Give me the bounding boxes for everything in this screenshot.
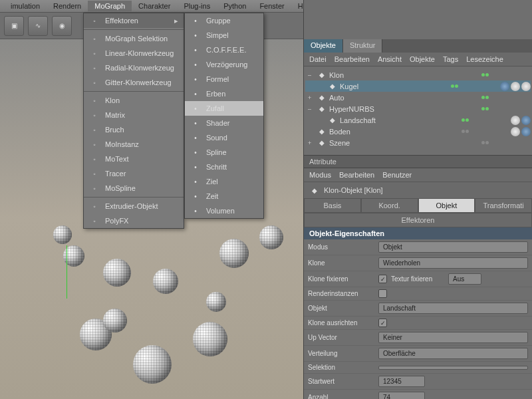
- tab-objekte[interactable]: Objekte: [304, 39, 343, 53]
- spline-tool[interactable]: ∿: [28, 16, 48, 36]
- submenu-item-volumen[interactable]: •Volumen: [185, 203, 263, 218]
- item-icon: •: [190, 118, 201, 128]
- submenu-item-erben[interactable]: •Erben: [185, 86, 263, 101]
- obj-icon: ◆: [317, 138, 327, 148]
- menu-item-bruch[interactable]: ◦Bruch: [84, 122, 184, 137]
- menu-item-motext[interactable]: ◦MoText: [84, 152, 184, 166]
- tree-row-auto[interactable]: +◆Auto: [305, 92, 531, 103]
- menu-item-tracer[interactable]: ◦Tracer: [84, 166, 184, 181]
- submenu-item-formel[interactable]: •Formel: [185, 72, 263, 86]
- menu-rendern[interactable]: Rendern: [47, 1, 88, 11]
- tree-row-boden[interactable]: ◆Boden: [305, 126, 531, 137]
- item-icon: ◦: [89, 110, 100, 120]
- menu-item-extrudier-objekt[interactable]: ◦Extrudier-Objekt: [84, 199, 184, 213]
- cube-tool[interactable]: ▣: [4, 16, 24, 36]
- submenu-item-simpel[interactable]: •Simpel: [185, 28, 263, 43]
- menu-python[interactable]: Python: [217, 1, 253, 11]
- tree-row-klon[interactable]: –◆Klon: [305, 69, 531, 80]
- prop-anzahl: Anzahl 74: [304, 390, 532, 399]
- tab-struktur[interactable]: Struktur: [343, 39, 383, 53]
- attr-tab-transformati[interactable]: Transformati: [475, 198, 532, 213]
- expand-icon[interactable]: –: [308, 72, 315, 78]
- menu-mograph[interactable]: MoGraph: [88, 1, 132, 11]
- objbar-lesezeiche[interactable]: Lesezeiche: [466, 55, 503, 63]
- tag-icon[interactable]: [511, 82, 520, 91]
- menu-item-effektoren[interactable]: ◦Effektoren▸: [84, 13, 184, 28]
- tag-icon[interactable]: [511, 116, 520, 125]
- tree-row-kugel[interactable]: ◆Kugel: [305, 80, 531, 92]
- attr-tab-basis[interactable]: Basis: [304, 198, 361, 213]
- submenu-item-gruppe[interactable]: •Gruppe: [185, 13, 263, 28]
- submenu-item-zeit[interactable]: •Zeit: [185, 189, 263, 203]
- upvector-field[interactable]: Keiner: [378, 332, 528, 343]
- klone-fix-checkbox[interactable]: ✓: [378, 275, 387, 283]
- menu-item-matrix[interactable]: ◦Matrix: [84, 108, 184, 122]
- objbar-datei[interactable]: Datei: [309, 55, 327, 63]
- submenu-item-c-o-f-f-e-e-[interactable]: •C.O.F.F.E.E.: [185, 43, 263, 57]
- expand-icon[interactable]: –: [308, 106, 315, 112]
- menu-item-polyfx[interactable]: ◦PolyFX: [84, 213, 184, 228]
- render-checkbox[interactable]: [378, 289, 387, 298]
- expand-icon[interactable]: +: [308, 94, 315, 101]
- attr-tab-koord.[interactable]: Koord.: [361, 198, 418, 213]
- tag-icon[interactable]: [500, 82, 509, 91]
- prop-verteilung: Verteilung Oberfläche: [304, 346, 532, 362]
- menu-fenster[interactable]: Fenster: [253, 1, 291, 11]
- submenu-item-zufall[interactable]: •Zufall: [185, 101, 263, 116]
- tree-row-landschaft[interactable]: ◆Landschaft: [305, 114, 531, 126]
- anzahl-input[interactable]: 74: [378, 392, 425, 399]
- attrbar-modus[interactable]: Modus: [309, 171, 331, 179]
- object-tree[interactable]: –◆Klon◆Kugel+◆Auto–◆HyperNURBS◆Landschaf…: [304, 66, 532, 151]
- submenu-item-shader[interactable]: •Shader: [185, 116, 263, 130]
- objekt-field[interactable]: Landschaft: [378, 303, 528, 314]
- modus-field[interactable]: Objekt: [378, 241, 528, 253]
- menu-item-moinstanz[interactable]: ◦MoInstanz: [84, 137, 184, 152]
- menu-imulation[interactable]: imulation: [4, 1, 47, 11]
- item-icon: •: [190, 176, 201, 187]
- menu-item-mograph-selektion[interactable]: ◦MoGraph Selektion: [84, 31, 184, 46]
- item-icon: •: [190, 15, 201, 26]
- expand-icon[interactable]: +: [308, 140, 315, 146]
- menu-item-klon[interactable]: ◦Klon: [84, 93, 184, 108]
- menu-plug-ins[interactable]: Plug-ins: [177, 1, 217, 11]
- textur-fix-field[interactable]: Aus: [448, 273, 481, 285]
- prop-renderinstanzen: Renderinstanzen: [304, 287, 532, 301]
- prop-ausrichten: Klone ausrichten ✓: [304, 317, 532, 330]
- tree-row-szene[interactable]: +◆Szene: [305, 137, 531, 148]
- tag-icon[interactable]: [521, 82, 531, 91]
- prop-upvector: Up Vector Keiner: [304, 330, 532, 346]
- item-icon: ◦: [89, 168, 100, 179]
- attrbar-benutzer[interactable]: Benutzer: [382, 171, 412, 179]
- item-icon: •: [190, 74, 201, 84]
- menu-item-radial-klonwerkzeug[interactable]: ◦Radial-Klonwerkzeug: [84, 61, 184, 75]
- objbar-ansicht[interactable]: Ansicht: [378, 55, 402, 63]
- prop-startwert: Startwert 12345: [304, 374, 532, 390]
- attr-tab-objekt[interactable]: Objekt: [418, 198, 475, 213]
- menu-item-gitter-klonwerkzeug[interactable]: ◦Gitter-Klonwerkzeug: [84, 75, 184, 90]
- selektion-field[interactable]: [378, 366, 528, 370]
- submenu-item-schritt[interactable]: •Schritt: [185, 160, 263, 174]
- nurbs-tool[interactable]: ◉: [52, 16, 72, 36]
- tag-icon[interactable]: [521, 116, 531, 125]
- verteilung-field[interactable]: Oberfläche: [378, 348, 528, 359]
- menu-item-mospline[interactable]: ◦MoSpline: [84, 181, 184, 196]
- objbar-tags[interactable]: Tags: [443, 55, 458, 63]
- tag-icon[interactable]: [511, 127, 520, 136]
- menu-item-linear-klonwerkzeug[interactable]: ◦Linear-Klonwerkzeug: [84, 46, 184, 61]
- attrbar-bearbeiten[interactable]: Bearbeiten: [339, 171, 374, 179]
- menu-charakter[interactable]: Charakter: [132, 1, 177, 11]
- item-icon: •: [190, 191, 201, 201]
- submenu-item-sound[interactable]: •Sound: [185, 130, 263, 145]
- tag-icon[interactable]: [521, 127, 531, 136]
- submenu-item-spline[interactable]: •Spline: [185, 145, 263, 160]
- objbar-bearbeiten[interactable]: Bearbeiten: [334, 55, 370, 63]
- submenu-item-verz-gerung[interactable]: •Verzögerung: [185, 57, 263, 72]
- effektoren-submenu: •Gruppe•Simpel•C.O.F.F.E.E.•Verzögerung•…: [184, 13, 264, 219]
- attr-tab-effektoren[interactable]: Effektoren: [304, 213, 532, 227]
- tree-row-hypernurbs[interactable]: –◆HyperNURBS: [305, 103, 531, 114]
- startwert-input[interactable]: 12345: [378, 376, 425, 387]
- klone-field[interactable]: Wiederholen: [378, 257, 528, 269]
- objbar-objekte[interactable]: Objekte: [410, 55, 435, 63]
- submenu-item-ziel[interactable]: •Ziel: [185, 174, 263, 189]
- ausrichten-checkbox[interactable]: ✓: [378, 319, 387, 327]
